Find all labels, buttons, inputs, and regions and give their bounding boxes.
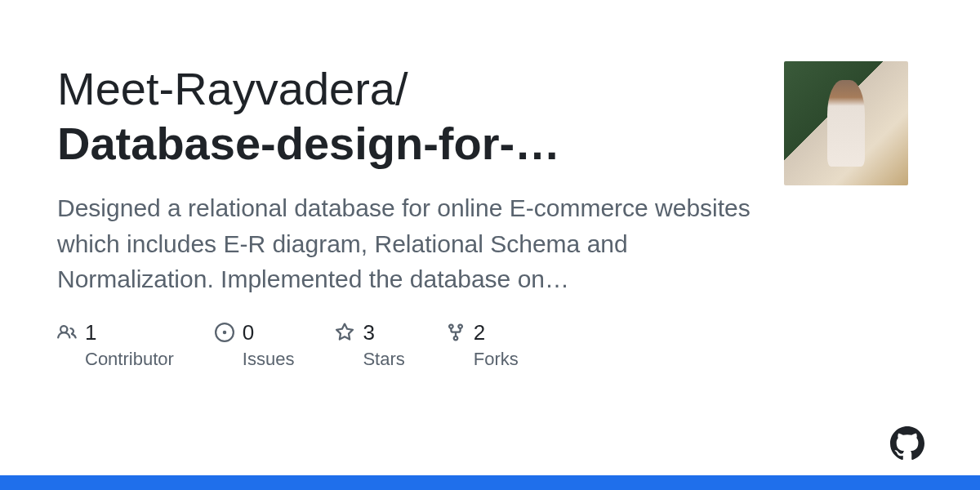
owner-avatar[interactable]: [784, 61, 908, 185]
repo-title: Meet-Rayvadera/ Database-design-for-…: [57, 61, 751, 171]
repo-name[interactable]: Database-design-for-…: [57, 118, 560, 169]
github-logo-icon[interactable]: [890, 426, 924, 461]
stat-forks[interactable]: 2 Forks: [446, 320, 519, 370]
star-icon: [335, 323, 354, 342]
issues-label: Issues: [243, 349, 295, 370]
repo-card: Meet-Rayvadera/ Database-design-for-… De…: [0, 0, 980, 370]
repo-description: Designed a relational database for onlin…: [57, 190, 751, 297]
contributors-count: 1: [85, 320, 96, 345]
stat-stars[interactable]: 3 Stars: [335, 320, 404, 370]
stars-count: 3: [363, 320, 374, 345]
issue-icon: [215, 323, 234, 342]
stars-label: Stars: [363, 349, 404, 370]
contributors-label: Contributor: [85, 349, 174, 370]
people-icon: [57, 323, 77, 342]
fork-icon: [446, 323, 466, 342]
issues-count: 0: [243, 320, 254, 345]
forks-count: 2: [474, 320, 485, 345]
stat-contributors[interactable]: 1 Contributor: [57, 320, 174, 370]
repo-stats: 1 Contributor 0 Issues 3 Stars: [57, 320, 751, 370]
repo-owner[interactable]: Meet-Rayvadera: [57, 63, 395, 114]
accent-bar: [0, 475, 980, 490]
repo-main: Meet-Rayvadera/ Database-design-for-… De…: [57, 61, 751, 370]
stat-issues[interactable]: 0 Issues: [215, 320, 295, 370]
forks-label: Forks: [474, 349, 519, 370]
